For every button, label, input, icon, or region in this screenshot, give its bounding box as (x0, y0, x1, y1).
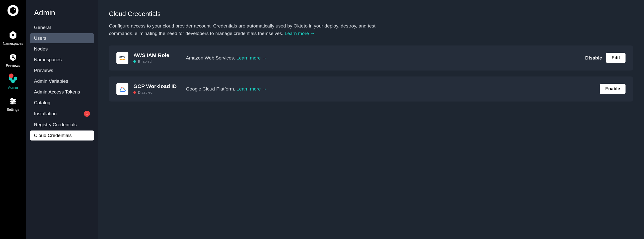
nav-settings[interactable]: Settings (7, 97, 20, 112)
cred-description: Amazon Web Services. Learn more → (186, 55, 585, 61)
namespace-icon (8, 31, 18, 40)
sidebar-item-label: Admin Access Tokens (34, 89, 80, 95)
svg-point-6 (12, 57, 14, 58)
status-dot-enabled (134, 60, 136, 63)
icon-sidebar: Namespaces Previews Admin (0, 0, 26, 239)
sidebar-item-label: Nodes (34, 46, 48, 52)
page-description: Configure access to your cloud provider … (109, 22, 384, 38)
cred-actions: Disable Edit (585, 53, 626, 63)
settings-icon (8, 97, 18, 106)
nav-admin[interactable]: Admin (8, 75, 18, 90)
nav-label: Namespaces (3, 42, 23, 46)
sidebar-item-label: Users (34, 36, 46, 41)
cred-info: AWS IAM Role Enabled (134, 52, 186, 64)
main-content: Cloud Credentials Configure access to yo… (98, 0, 644, 239)
sidebar-item-label: Installation (34, 111, 57, 117)
svg-point-2 (14, 9, 15, 10)
sidebar-item-installation[interactable]: Installation 1 (30, 109, 94, 119)
sidebar-item-admin-tokens[interactable]: Admin Access Tokens (30, 87, 94, 97)
nav-label: Settings (7, 108, 20, 112)
secondary-sidebar: Admin General Users Nodes Namespaces Pre… (26, 0, 98, 239)
preview-icon (8, 53, 18, 62)
sidebar-item-catalog[interactable]: Catalog (30, 98, 94, 108)
sidebar-item-registry-credentials[interactable]: Registry Credentials (30, 120, 94, 130)
svg-rect-15 (12, 103, 13, 104)
svg-point-1 (10, 7, 16, 14)
sidebar-item-label: Namespaces (34, 57, 62, 63)
cred-status: Disabled (134, 90, 186, 95)
sidebar-item-admin-variables[interactable]: Admin Variables (30, 76, 94, 86)
edit-button[interactable]: Edit (606, 53, 626, 63)
nav-label: Admin (8, 86, 18, 90)
sidebar-item-users[interactable]: Users (30, 33, 94, 43)
sidebar-item-label: Admin Variables (34, 79, 68, 84)
cred-title: GCP Workload ID (134, 83, 186, 89)
sidebar-item-general[interactable]: General (30, 23, 94, 33)
sidebar-item-label: Registry Credentials (34, 122, 77, 127)
description-text: Configure access to your cloud provider … (109, 23, 376, 36)
sidebar-item-label: Previews (34, 68, 53, 73)
status-text: Enabled (138, 59, 152, 64)
sidebar-item-nodes[interactable]: Nodes (30, 44, 94, 54)
status-dot-disabled (134, 91, 136, 94)
gcp-icon (116, 83, 128, 95)
svg-text:aws: aws (120, 55, 126, 59)
nav-label: Previews (6, 64, 20, 68)
enable-button[interactable]: Enable (600, 84, 626, 94)
credential-card-aws: aws AWS IAM Role Enabled Amazon Web Serv… (109, 46, 633, 71)
sidebar-item-previews[interactable]: Previews (30, 66, 94, 76)
cred-status: Enabled (134, 59, 186, 64)
svg-rect-13 (11, 99, 12, 100)
cred-title: AWS IAM Role (134, 52, 186, 58)
aws-icon: aws (116, 52, 128, 64)
nav-badge (9, 74, 14, 78)
sidebar-item-label: General (34, 25, 51, 30)
credential-card-gcp: GCP Workload ID Disabled Google Cloud Pl… (109, 77, 633, 102)
cred-description: Google Cloud Platform. Learn more → (186, 86, 600, 92)
learn-more-link[interactable]: Learn more → (236, 55, 266, 61)
disable-button[interactable]: Disable (585, 55, 602, 61)
status-text: Disabled (138, 90, 152, 95)
sidebar-item-cloud-credentials[interactable]: Cloud Credentials (30, 130, 94, 140)
learn-more-link[interactable]: Learn more → (284, 31, 315, 36)
sidebar-item-namespaces[interactable]: Namespaces (30, 55, 94, 65)
okteto-logo[interactable] (8, 5, 18, 16)
nav-previews[interactable]: Previews (6, 53, 20, 68)
page-title: Cloud Credentials (109, 10, 633, 18)
sidebar-badge: 1 (84, 111, 90, 117)
description-text: Google Cloud Platform. (186, 86, 236, 92)
learn-more-link[interactable]: Learn more → (236, 86, 267, 92)
cred-actions: Enable (600, 84, 626, 94)
sidebar-title: Admin (34, 9, 94, 17)
sidebar-item-label: Cloud Credentials (34, 133, 72, 138)
description-text: Amazon Web Services. (186, 55, 236, 61)
svg-rect-14 (14, 101, 15, 102)
nav-namespaces[interactable]: Namespaces (3, 31, 23, 46)
svg-point-4 (12, 34, 14, 37)
sidebar-item-label: Catalog (34, 100, 50, 106)
cred-info: GCP Workload ID Disabled (134, 83, 186, 95)
sidebar-menu: General Users Nodes Namespaces Previews … (30, 23, 94, 140)
